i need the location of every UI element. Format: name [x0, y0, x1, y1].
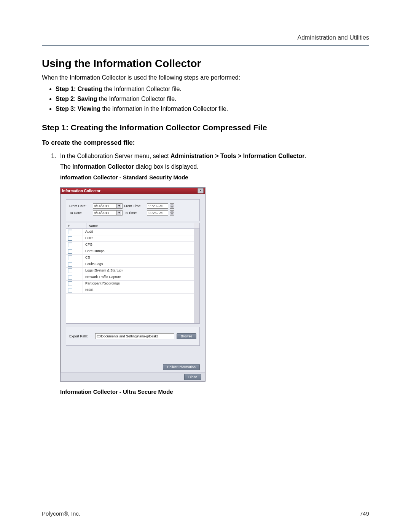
close-icon[interactable]: × [198, 188, 204, 193]
from-date-input[interactable]: 9/14/2011 ▾ [93, 203, 123, 209]
procedure-item-1: In the Collaboration Server menu, select… [58, 153, 369, 160]
list-item-name: Participant Recordings [83, 281, 194, 287]
list-item[interactable]: CDR [66, 235, 194, 242]
list-item-name: Faults Logs [83, 261, 194, 267]
list-blank-area [66, 294, 194, 323]
list-item-name: Audit [83, 229, 194, 235]
col-header-name[interactable]: Name [86, 223, 194, 228]
list-item[interactable]: Network Traffic Capture [66, 274, 194, 281]
checkbox-cell[interactable] [66, 261, 83, 267]
from-date-value: 9/14/2011 [94, 204, 109, 208]
caption-standard: Information Collector - Standard Securit… [60, 174, 369, 181]
checkbox-cell[interactable] [66, 242, 83, 248]
checkbox-cell[interactable] [66, 281, 83, 287]
checkbox-cell[interactable] [66, 235, 83, 241]
checkbox[interactable] [68, 249, 72, 254]
export-panel: Export Path: C:\Documents and Settings\a… [66, 327, 200, 346]
procedure-list: In the Collaboration Server menu, select… [42, 153, 369, 160]
to-time-spinner[interactable]: ▲▼ [170, 210, 174, 216]
to-date-value: 9/14/2011 [94, 211, 109, 215]
checkbox[interactable] [68, 268, 72, 273]
list-item-name: NIDS [83, 287, 194, 293]
date-panel: From Date: 9/14/2011 ▾ From Time: 11:20 … [66, 199, 200, 221]
step-bullet-2: Step 2: Saving the Information Collector… [56, 96, 369, 102]
proc1b-tail: dialog box is displayed. [134, 163, 199, 170]
scrollbar-header [194, 223, 199, 228]
header-section: Administration and Utilities [42, 34, 369, 41]
step-bullet-1: Step 1: Creating the Information Collect… [56, 86, 369, 93]
items-list: # Name AuditCDRCFGCore DumpsCSFaults Log… [66, 223, 200, 324]
proc1b-bold: Information Collector [72, 163, 134, 170]
to-date-label: To Date: [69, 211, 91, 215]
checkbox-cell[interactable] [66, 229, 83, 235]
list-item[interactable]: Logs (System & Startup) [66, 268, 194, 274]
list-item-name: CS [83, 255, 194, 261]
list-item-name: Core Dumps [83, 248, 194, 254]
checkbox-cell[interactable] [66, 268, 83, 274]
checkbox-cell[interactable] [66, 287, 83, 293]
close-button[interactable]: Close [184, 374, 201, 380]
scrollbar[interactable] [194, 229, 199, 323]
checkbox[interactable] [68, 256, 72, 260]
list-item-name: Logs (System & Startup) [83, 268, 194, 274]
list-item-name: CDR [83, 235, 194, 241]
header-rule [42, 45, 369, 46]
from-time-spinner[interactable]: ▲▼ [170, 203, 174, 209]
from-time-input[interactable]: 11:20 AM [147, 203, 168, 209]
checkbox-cell[interactable] [66, 274, 83, 280]
footer-company: Polycom®, Inc. [42, 510, 80, 517]
step1-heading: Step 1: Creating the Information Collect… [42, 123, 369, 132]
dialog-titlebar: Information Collector × [61, 188, 205, 194]
col-header-check[interactable]: # [66, 223, 86, 228]
checkbox[interactable] [68, 288, 72, 292]
list-item[interactable]: CS [66, 255, 194, 261]
list-item[interactable]: Core Dumps [66, 248, 194, 255]
list-item-name: Network Traffic Capture [83, 274, 194, 280]
list-item[interactable]: Audit [66, 229, 194, 235]
intro-text: When the Information Collector is used t… [42, 74, 369, 81]
caption-ultra: Information Collector - Ultra Secure Mod… [60, 388, 369, 395]
page-title: Using the Information Collector [42, 58, 369, 70]
step-bullet-3: Step 3: Viewing the information in the I… [56, 105, 369, 112]
checkbox[interactable] [68, 275, 72, 280]
step2-bold1: Step 2 [56, 96, 74, 102]
from-time-label: From Time: [124, 204, 145, 208]
proc1-tail: . [305, 153, 306, 159]
list-item[interactable]: NIDS [66, 287, 194, 294]
step1-rest: the Information Collector file. [102, 86, 182, 92]
from-date-label: From Date: [69, 204, 91, 208]
export-path-input[interactable]: C:\Documents and Settings\ana-g\Deskt [95, 333, 174, 339]
checkbox[interactable] [68, 230, 72, 234]
dialog-screenshot: Information Collector × From Date: 9/14/… [60, 187, 206, 382]
dialog-title: Information Collector [62, 189, 100, 193]
step3-bold: Step 3: Viewing [56, 105, 100, 112]
list-item-name: CFG [83, 242, 194, 248]
checkbox-cell[interactable] [66, 248, 83, 254]
export-path-label: Export Path: [69, 334, 93, 338]
steps-list: Step 1: Creating the Information Collect… [42, 86, 369, 112]
list-item[interactable]: Faults Logs [66, 261, 194, 268]
checkbox[interactable] [68, 243, 72, 247]
checkbox-cell[interactable] [66, 255, 83, 261]
proc1-bold: Administration > Tools > Information Col… [170, 153, 305, 159]
browse-button[interactable]: Browse [177, 333, 196, 339]
checkbox[interactable] [68, 236, 72, 241]
step2-rest: the Information Collector file. [97, 96, 176, 102]
subtask-heading: To create the compressed file: [42, 139, 369, 147]
checkbox[interactable] [68, 262, 72, 267]
checkbox[interactable] [68, 281, 72, 286]
proc1b-text: The Information Collector dialog box is … [60, 163, 369, 170]
to-time-input[interactable]: 11:25 AM [147, 210, 168, 216]
list-item[interactable]: CFG [66, 242, 194, 248]
chevron-down-icon[interactable]: ▾ [116, 204, 121, 208]
proc1-lead: In the Collaboration Server menu, select [60, 153, 170, 159]
footer-page-number: 749 [360, 510, 369, 517]
step3-rest: the information in the Information Colle… [100, 105, 228, 112]
to-date-input[interactable]: 9/14/2011 ▾ [93, 210, 123, 216]
list-item[interactable]: Participant Recordings [66, 281, 194, 287]
chevron-down-icon[interactable]: ▾ [116, 211, 121, 215]
step2-bold2: Saving [77, 96, 97, 102]
collect-information-button[interactable]: Collect Information [163, 364, 200, 370]
step2-mid: : [74, 96, 77, 102]
proc1b-lead: The [60, 163, 72, 170]
